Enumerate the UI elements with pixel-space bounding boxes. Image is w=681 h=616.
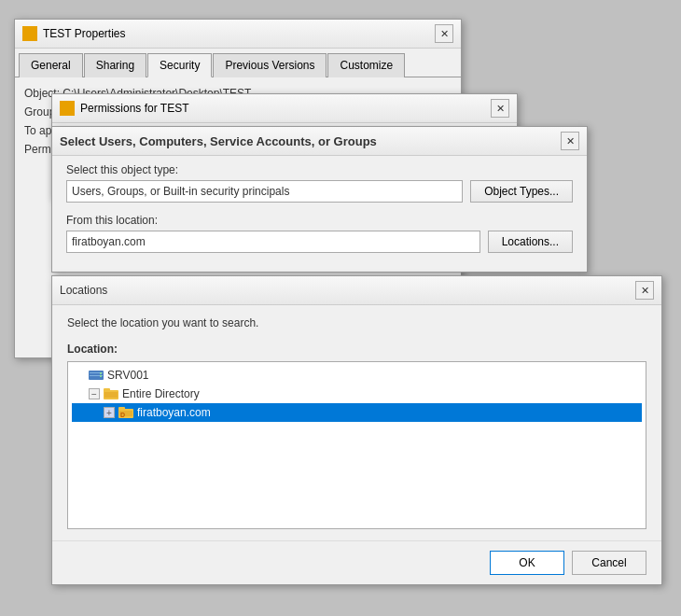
select-users-close-button[interactable]: ✕ (561, 132, 579, 150)
test-properties-close-button[interactable]: ✕ (435, 24, 453, 43)
locations-footer: OK Cancel (52, 540, 661, 584)
select-users-body: Select this object type: Object Types...… (52, 156, 587, 272)
svg-rect-6 (104, 388, 110, 392)
server-icon (89, 368, 104, 383)
tab-bar: General Sharing Security Previous Versio… (15, 49, 461, 77)
tab-security[interactable]: Security (147, 53, 212, 77)
cancel-button[interactable]: Cancel (572, 551, 646, 575)
tab-general[interactable]: General (19, 53, 83, 77)
locations-title: Locations (60, 284, 107, 297)
tab-customize[interactable]: Customize (327, 53, 405, 77)
folder-icon (22, 26, 37, 41)
permissions-title-text: Permissions for TEST (80, 102, 188, 115)
test-properties-titlebar: TEST Properties ✕ (15, 20, 461, 49)
test-properties-title: TEST Properties (22, 26, 125, 41)
select-users-title: Select Users, Computers, Service Account… (60, 134, 377, 148)
svg-rect-9 (118, 407, 125, 411)
svg-point-3 (100, 372, 102, 374)
object-type-input[interactable] (66, 180, 463, 203)
object-type-section: Select this object type: Object Types... (66, 163, 573, 203)
tree-item-firatboyan[interactable]: D firatboyan.com (72, 403, 642, 422)
permissions-titlebar: Permissions for TEST ✕ (52, 94, 517, 123)
location-section: From this location: Locations... (66, 214, 573, 253)
srv001-label: SRV001 (107, 369, 148, 382)
toggle-entire-dir[interactable] (89, 388, 100, 399)
permissions-close-button[interactable]: ✕ (491, 99, 509, 118)
location-label: From this location: (66, 214, 573, 227)
test-properties-title-text: TEST Properties (43, 27, 125, 40)
ok-button[interactable]: OK (490, 551, 564, 575)
entire-dir-label: Entire Directory (122, 387, 200, 400)
locations-description: Select the location you want to search. (67, 316, 646, 329)
object-types-button[interactable]: Object Types... (470, 180, 573, 203)
svg-point-4 (100, 375, 102, 377)
object-type-label: Select this object type: (66, 163, 573, 176)
location-row: Locations... (66, 231, 573, 253)
object-type-row: Object Types... (66, 180, 573, 203)
select-users-titlebar: Select Users, Computers, Service Account… (52, 127, 587, 156)
location-tree[interactable]: SRV001 Entire Directory (67, 361, 646, 529)
toggle-firatboyan[interactable] (104, 407, 115, 418)
tree-item-entire-dir[interactable]: Entire Directory (72, 385, 642, 403)
tab-previous-versions[interactable]: Previous Versions (213, 53, 327, 77)
location-section-label: Location: (67, 343, 646, 356)
firatboyan-label: firatboyan.com (137, 406, 211, 419)
locations-titlebar: Locations ✕ (52, 276, 661, 305)
domain-folder-icon: D (118, 405, 133, 420)
locations-body: Select the location you want to search. … (52, 305, 661, 540)
locations-button[interactable]: Locations... (488, 231, 573, 253)
location-input[interactable] (66, 231, 480, 253)
tab-sharing[interactable]: Sharing (84, 53, 146, 77)
permissions-title: Permissions for TEST (60, 101, 188, 116)
svg-text:D: D (120, 412, 125, 418)
tree-item-srv001[interactable]: SRV001 (72, 366, 642, 385)
svg-rect-7 (104, 392, 118, 398)
permissions-folder-icon (60, 101, 75, 116)
select-users-dialog: Select Users, Computers, Service Account… (51, 126, 588, 273)
locations-dialog: Locations ✕ Select the location you want… (51, 275, 662, 585)
folder-entire-dir-icon (104, 386, 118, 401)
toggle-srv001 (74, 370, 85, 381)
locations-close-button[interactable]: ✕ (635, 281, 654, 300)
